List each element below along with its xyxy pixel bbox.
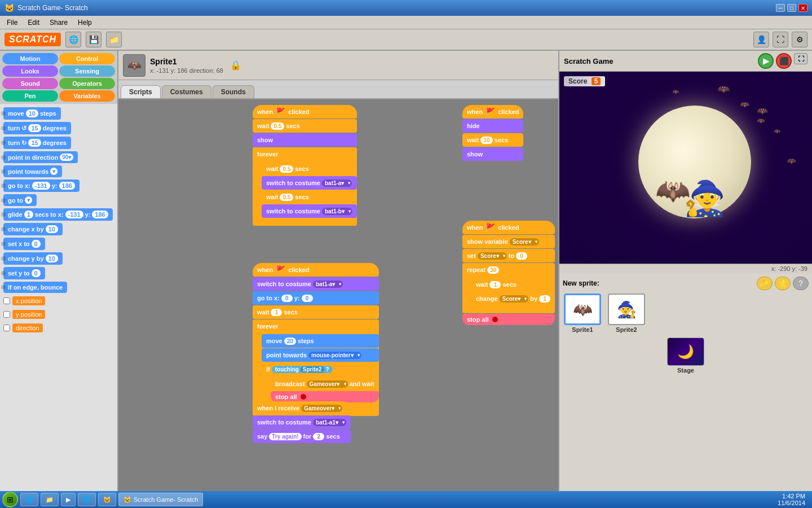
block-glide[interactable]: glide 1 secs to x: -131 y: 186 [3, 208, 113, 221]
block-if-touching[interactable]: if touching Sprite2 ? [262, 362, 337, 376]
hat-receive-gameover[interactable]: when I receive Gameover▾ [253, 401, 351, 415]
script-block-1[interactable]: when 🚩 clicked wait 0.5 secs show foreve… [253, 105, 357, 226]
block-move[interactable]: move 10 steps [3, 107, 61, 120]
taskbar-media-icon[interactable]: ▶ [61, 493, 76, 506]
block-go-to[interactable]: go to ▾ [3, 194, 37, 206]
checkbox-direction[interactable] [3, 325, 10, 331]
stop-button[interactable]: ⬛ [776, 53, 792, 69]
globe-icon[interactable]: 🌐 [65, 32, 81, 47]
stage-view[interactable]: Score 5 🦇 🦇 🦇 🦇 🦇 🦇 🦇 🦇 🧙 [559, 72, 812, 264]
category-sound[interactable]: Sound [2, 78, 58, 89]
c-forever-1[interactable]: forever wait 0.5 secs switch to costume … [253, 147, 357, 226]
block-change-x[interactable]: change x by 10 [3, 223, 63, 235]
block-show-1[interactable]: show [253, 133, 357, 147]
block-point-direction[interactable]: point in direction 90▾ [3, 151, 78, 163]
stage-thumb[interactable]: 🌙 [667, 338, 704, 366]
script-block-4[interactable]: when 🚩 clicked hide wait 10 secs show [462, 105, 523, 161]
scripts-area[interactable]: when 🚩 clicked wait 0.5 secs show foreve… [118, 99, 558, 491]
block-broadcast[interactable]: broadcast Gameover▾ and wait [271, 377, 379, 391]
block-switch-gameover[interactable]: switch to costume bat1-a1▾ [253, 415, 351, 429]
menu-edit[interactable]: Edit [23, 17, 44, 28]
block-switch-costume-2[interactable]: switch to costume bat1-a▾ [253, 277, 379, 291]
hat-clicked-1[interactable]: when 🚩 clicked [253, 105, 357, 119]
script-block-2[interactable]: when 🚩 clicked switch to costume bat1-a▾… [253, 263, 379, 416]
checkbox-x-position[interactable] [3, 297, 10, 304]
category-variables[interactable]: Variables [59, 90, 115, 102]
block-wait-inner-2[interactable]: wait 0.5 secs [262, 190, 357, 204]
tab-costumes[interactable]: Costumes [162, 85, 211, 98]
settings-icon[interactable]: ⚙ [792, 32, 807, 47]
block-set-score[interactable]: set Score▾ to 0 [462, 249, 555, 262]
block-forever-2[interactable]: forever [253, 319, 283, 333]
category-motion[interactable]: Motion [2, 53, 58, 64]
tab-scripts[interactable]: Scripts [121, 85, 161, 98]
block-turn-right[interactable]: turn ↻ 15 degrees [3, 137, 71, 149]
block-repeat-30[interactable]: repeat 30 [462, 263, 504, 277]
block-say-gameover[interactable]: say Try again! for 2 secs [253, 430, 351, 443]
taskbar-chrome-icon[interactable]: 🌐 [78, 493, 96, 506]
block-stop-all-1[interactable]: stop all [271, 391, 379, 402]
help-sprite-button[interactable]: ? [793, 277, 809, 290]
stage-card[interactable]: 🌙 Stage [563, 338, 809, 374]
block-wait-1[interactable]: wait 0.5 secs [253, 119, 357, 133]
menu-help[interactable]: Help [73, 17, 96, 28]
script-block-3[interactable]: when I receive Gameover▾ switch to costu… [253, 401, 351, 443]
checker-y-position[interactable]: y position [3, 309, 114, 320]
block-goto-xy-2[interactable]: go to x: 0 y: 0 [253, 291, 379, 305]
category-control[interactable]: Control [59, 53, 115, 64]
block-wait-1-score[interactable]: wait 1 secs [471, 278, 555, 291]
taskbar-scratch-icon[interactable]: 🐱 [98, 493, 116, 506]
sprite-card-sprite1[interactable]: 🦇 Sprite1 [563, 294, 602, 333]
green-flag-button[interactable]: ▶ [758, 53, 774, 69]
taskbar-scratch-app[interactable]: 🐱 Scratch Game- Scratch [118, 493, 203, 506]
paint-sprite-button[interactable]: ✨ [757, 277, 773, 290]
maximize-button[interactable]: □ [787, 4, 796, 12]
block-forever-1[interactable]: forever [253, 147, 283, 161]
block-wait-2[interactable]: wait 1 secs [253, 305, 379, 319]
fullscreen-icon[interactable]: ⛶ [773, 32, 788, 47]
block-go-to-xy[interactable]: go to x: -131 y: 186 [3, 179, 80, 192]
block-switch-costume-1a[interactable]: switch to costume bat1-a▾ [262, 176, 357, 190]
menu-share[interactable]: Share [45, 17, 72, 28]
sprite-card-sprite2[interactable]: 🧙 Sprite2 [607, 294, 646, 333]
start-button[interactable]: ⊞ [2, 492, 18, 507]
hat-clicked-4[interactable]: when 🚩 clicked [462, 221, 555, 234]
block-change-y[interactable]: change y by 10 [3, 252, 63, 265]
sprite-thumb-sprite2[interactable]: 🧙 [608, 294, 645, 325]
block-turn-left[interactable]: turn ↺ 15 degrees [3, 122, 71, 134]
checkbox-y-position[interactable] [3, 311, 10, 318]
category-sensing[interactable]: Sensing [59, 65, 115, 77]
star-sprite-button[interactable]: ⭐ [775, 277, 791, 290]
block-set-x[interactable]: set x to 0 [3, 238, 45, 250]
block-stop-all-2[interactable]: stop all [462, 314, 555, 325]
block-bounce[interactable]: if on edge, bounce [3, 282, 67, 293]
category-looks[interactable]: Looks [2, 65, 58, 77]
checker-x-position[interactable]: x position [3, 295, 114, 306]
block-wait-inner-1[interactable]: wait 0.5 secs [262, 162, 357, 176]
sprite-thumb-sprite1[interactable]: 🦇 [564, 294, 601, 325]
close-button[interactable]: ✕ [798, 4, 807, 12]
block-wait-10[interactable]: wait 10 secs [462, 133, 523, 147]
tab-sounds[interactable]: Sounds [213, 85, 254, 98]
c-repeat-30[interactable]: repeat 30 wait 1 secs change Score▾ by 1 [462, 263, 555, 313]
script-block-5[interactable]: when 🚩 clicked show variable Score▾ set … [462, 221, 555, 325]
hat-clicked-3[interactable]: when 🚩 clicked [462, 105, 523, 119]
save-icon[interactable]: 💾 [86, 32, 102, 47]
menu-file[interactable]: File [2, 17, 22, 28]
category-operators[interactable]: Operators [59, 78, 115, 89]
minimize-button[interactable]: ─ [776, 4, 785, 12]
block-show-4[interactable]: show [462, 147, 523, 161]
block-move-20[interactable]: move 20 steps [262, 334, 379, 348]
folder-icon[interactable]: 📁 [106, 32, 122, 47]
fullscreen-stage-button[interactable]: ⛶ [794, 53, 807, 64]
user-icon[interactable]: 👤 [753, 32, 769, 47]
block-set-y[interactable]: set y to 0 [3, 267, 45, 279]
block-change-score[interactable]: change Score▾ by 1 [471, 292, 555, 305]
block-show-variable[interactable]: show variable Score▾ [462, 235, 555, 248]
checker-direction[interactable]: direction [3, 322, 114, 334]
taskbar-ie-icon[interactable]: 🌐 [20, 493, 38, 506]
block-switch-costume-1b[interactable]: switch to costume bat1-b▾ [262, 204, 357, 218]
block-hide[interactable]: hide [462, 119, 523, 133]
block-point-towards-2[interactable]: point towards mouse-pointer▾ [262, 348, 379, 362]
block-point-towards[interactable]: point towards ▾ [3, 165, 62, 177]
